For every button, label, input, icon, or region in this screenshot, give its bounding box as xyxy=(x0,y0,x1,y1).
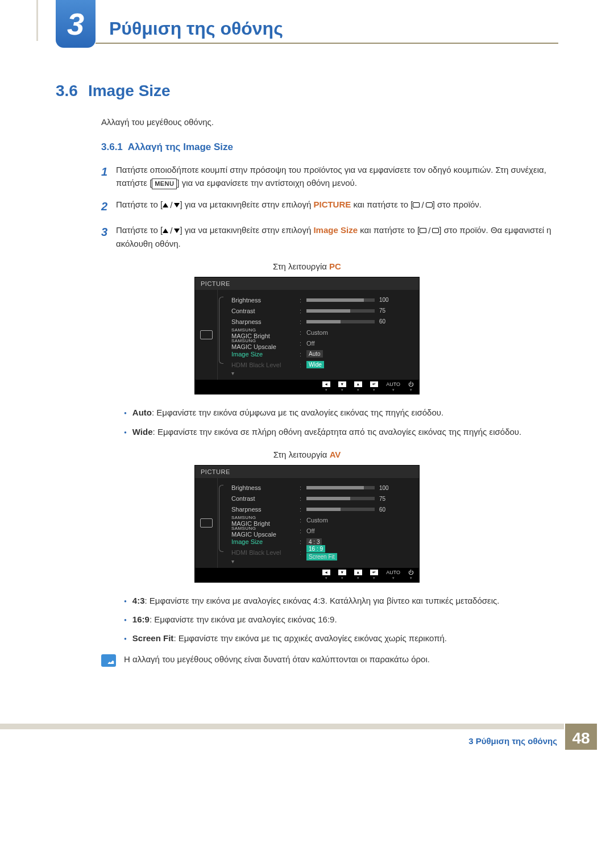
menu-key-icon: MENU xyxy=(152,178,177,189)
section-title: 3.6Image Size xyxy=(56,82,558,100)
caption-pc: Στη λειτουργία PC xyxy=(56,261,558,271)
av-option-list: 4:3: Εμφανίστε την εικόνα με αναλογίες ε… xyxy=(124,594,558,645)
caption-av: Στη λειτουργία AV xyxy=(56,450,558,459)
step-1: 1 Πατήστε οποιοδήποτε κουμπί στην πρόσοψ… xyxy=(101,163,558,190)
chapter-header: 3 Ρύθμιση της οθόνης xyxy=(56,0,558,48)
intro-text: Αλλαγή του μεγέθους οθόνης. xyxy=(101,117,558,127)
chapter-title: Ρύθμιση της οθόνης xyxy=(109,0,558,39)
enter-icon: / xyxy=(420,224,439,237)
step-2: 2 Πατήστε το [/] για να μετακινηθείτε στ… xyxy=(101,198,558,215)
note-icon xyxy=(101,654,116,667)
page-number: 48 xyxy=(565,724,597,750)
up-down-icon: / xyxy=(163,224,180,237)
monitor-icon xyxy=(200,518,213,528)
step-3: 3 Πατήστε το [/] για να μετακινηθείτε στ… xyxy=(101,223,558,251)
osd-footer: ◂▾ ▾▾ ▴▾ ↵▾ AUTO▾ ⏻▾ xyxy=(195,380,419,394)
enter-icon: / xyxy=(413,198,432,211)
decorative-stripe xyxy=(36,0,38,41)
osd-screenshot-av: PICTURE Brightness:100 Contrast:75 Sharp… xyxy=(194,465,420,583)
osd-screenshot-pc: PICTURE Brightness:100 Contrast:75 Sharp… xyxy=(194,277,420,394)
osd-footer: ◂▾ ▾▾ ▴▾ ↵▾ AUTO▾ ⏻▾ xyxy=(195,568,419,582)
info-note: Η αλλαγή του μεγέθους οθόνης είναι δυνατ… xyxy=(101,654,558,667)
monitor-icon xyxy=(200,330,213,339)
step-list: 1 Πατήστε οποιοδήποτε κουμπί στην πρόσοψ… xyxy=(101,163,558,250)
osd-title: PICTURE xyxy=(195,277,419,290)
up-down-icon: / xyxy=(163,198,180,211)
footer-chapter-label: 3 Ρύθμιση της οθόνης xyxy=(468,736,557,746)
subsection-title: 3.6.1 Αλλαγή της Image Size xyxy=(101,142,558,153)
osd-title: PICTURE xyxy=(195,466,419,478)
page-footer: 3 Ρύθμιση της οθόνης 48 xyxy=(0,724,614,750)
chapter-number-box: 3 xyxy=(56,0,96,48)
header-rule xyxy=(96,43,558,44)
pc-option-list: Auto: Εμφανίστε την εικόνα σύμφωνα με τι… xyxy=(124,406,558,438)
